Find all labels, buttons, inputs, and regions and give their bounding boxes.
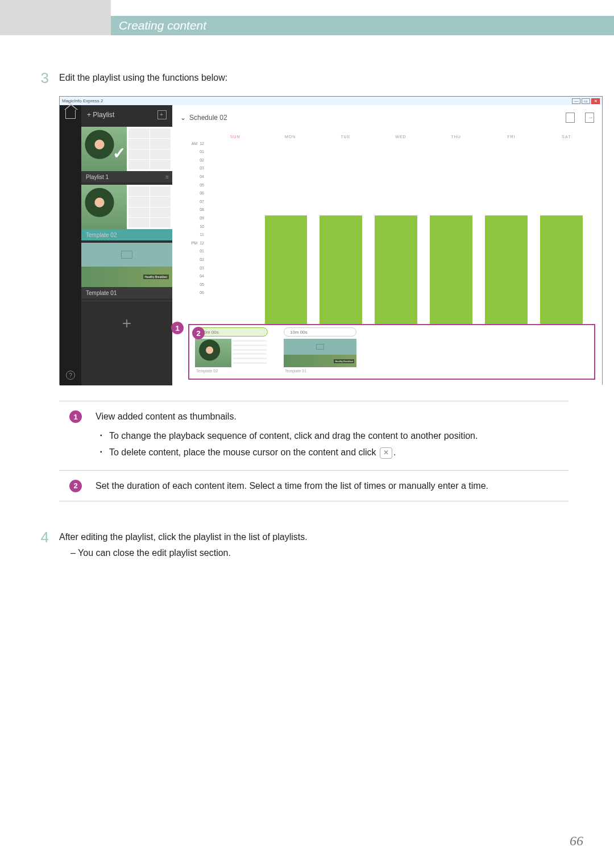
legend-badge: 2 [69, 480, 82, 492]
callout-1: 1 [171, 322, 184, 334]
schedule-block[interactable] [485, 215, 528, 324]
step-subtext: – You can close the edit playlist sectio… [70, 548, 569, 558]
thumb-label: Template 02 [86, 232, 117, 238]
day-header: WED [373, 131, 428, 143]
day-header: THU [429, 131, 484, 143]
day-header: SAT [539, 131, 594, 143]
step-text: After editing the playlist, click the pl… [59, 532, 569, 542]
add-playlist-button[interactable]: + Playlist [87, 111, 114, 119]
sidebar: ? + Playlist ✓ Playlist 1≡ Template 02 [60, 105, 172, 385]
callout-2: 2 [192, 327, 205, 339]
day-header: SUN [208, 131, 263, 143]
legend-intro: View added content as thumbnails. [96, 409, 569, 424]
legend-bullet: To delete content, place the mouse curso… [96, 445, 569, 460]
playlist-thumb-1[interactable]: ✓ Playlist 1≡ [81, 127, 172, 182]
editor-item[interactable]: 10m 00s Template 02 [195, 327, 268, 373]
menu-icon[interactable]: ≡ [165, 174, 168, 180]
schedule-block[interactable] [430, 215, 472, 324]
legend-table: 1 View added content as thumbnails. To c… [59, 401, 569, 501]
add-tile-button[interactable]: + [81, 301, 172, 345]
legend-text: Set the duration of each content item. S… [96, 479, 569, 493]
calendar-icon[interactable] [157, 110, 167, 119]
legend-bullet: To change the playback sequence of conte… [96, 429, 569, 443]
maximize-button[interactable]: ▭ [582, 98, 590, 104]
close-button[interactable]: ✕ [591, 98, 600, 104]
schedule-block[interactable] [320, 215, 362, 324]
page-margin-block [0, 0, 111, 35]
legend-badge: 1 [69, 410, 82, 423]
step-number: 3 [39, 69, 49, 87]
help-icon[interactable]: ? [66, 371, 75, 380]
thumb-badge: Healthy Breakfast [143, 275, 169, 279]
section-header: Creating content [111, 16, 614, 35]
day-header: TUE [318, 131, 373, 143]
rect-icon [316, 344, 324, 350]
export-icon[interactable] [585, 113, 594, 123]
thumb-label: Playlist 1 [86, 174, 109, 180]
close-icon: ✕ [380, 447, 392, 459]
rect-icon [121, 251, 132, 259]
step-text: Edit the playlist using the functions be… [59, 69, 569, 87]
playlist-editor: 10m 00s Template 02 10m 00s Healthy Brea… [188, 324, 595, 380]
day-header: FRI [484, 131, 539, 143]
chevron-down-icon: ⌄ [180, 114, 186, 122]
app-screenshot: MagicInfo Express 2 — ▭ ✕ ? + Playlist [59, 96, 603, 385]
document-icon[interactable] [566, 113, 575, 123]
thumb-badge: Healthy Breakfast [334, 359, 354, 363]
schedule-dropdown[interactable]: ⌄ Schedule 02 [180, 114, 227, 122]
editor-caption: Template 01 [284, 369, 356, 373]
checkmark-icon: ✓ [113, 144, 126, 163]
schedule-block[interactable] [375, 215, 417, 324]
playlist-thumb-3[interactable]: Healthy Breakfast Template 01 [81, 243, 172, 298]
schedule-block[interactable] [540, 215, 583, 324]
thumb-label: Template 01 [86, 290, 117, 296]
schedule-title: Schedule 02 [189, 114, 227, 122]
step-3: 3 Edit the playlist using the functions … [39, 69, 569, 87]
schedule-panel: ⌄ Schedule 02 AM12 01 02 03 [172, 105, 602, 385]
window-title: MagicInfo Express 2 [62, 98, 103, 103]
home-icon[interactable] [65, 110, 76, 119]
schedule-block[interactable] [265, 215, 308, 324]
editor-item[interactable]: 10m 00s Healthy Breakfast Template 01 [284, 327, 356, 373]
duration-input[interactable]: 10m 00s [195, 327, 268, 337]
day-header: MON [263, 131, 318, 143]
playlist-thumb-2[interactable]: Template 02 [81, 185, 172, 240]
step-4: 4 After editing the playlist, click the … [39, 529, 569, 558]
window-titlebar: MagicInfo Express 2 — ▭ ✕ [60, 97, 602, 105]
duration-input[interactable]: 10m 00s [284, 327, 356, 337]
page-number: 66 [570, 833, 583, 849]
editor-caption: Template 02 [195, 369, 268, 373]
minimize-button[interactable]: — [572, 98, 580, 104]
step-number: 4 [39, 529, 49, 558]
time-axis: AM12 01 02 03 04 05 06 07 08 09 10 11 PM… [180, 131, 208, 324]
